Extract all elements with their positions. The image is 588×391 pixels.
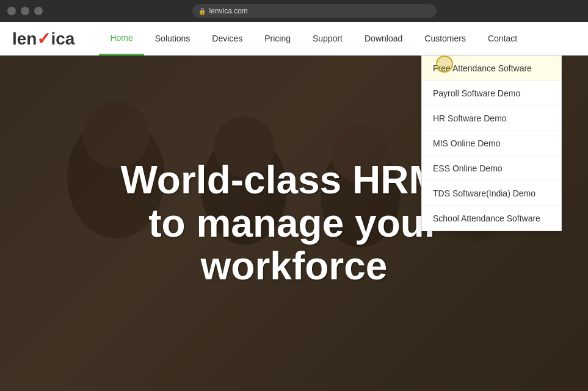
address-bar[interactable]: 🔒 lenvica.com bbox=[192, 4, 437, 18]
logo[interactable]: len✓ica bbox=[12, 29, 74, 49]
hero-title: World-class HRMS to manage your workforc… bbox=[121, 159, 468, 287]
nav-item-pricing[interactable]: Pricing bbox=[253, 22, 302, 56]
url-text: lenvica.com bbox=[209, 7, 248, 15]
download-dropdown: Free Attendance Software Payroll Softwar… bbox=[421, 56, 562, 231]
dropdown-item-payroll-demo[interactable]: Payroll Software Demo bbox=[422, 81, 561, 106]
nav-item-devices[interactable]: Devices bbox=[201, 22, 253, 56]
browser-chrome: 🔒 lenvica.com bbox=[0, 0, 588, 22]
nav-item-download[interactable]: Download bbox=[354, 22, 413, 56]
browser-btn-2 bbox=[21, 7, 29, 15]
nav-item-contact[interactable]: Contact bbox=[477, 22, 528, 56]
nav-item-home[interactable]: Home bbox=[99, 22, 143, 56]
browser-btn-3 bbox=[34, 7, 43, 15]
nav-links: Home Solutions Devices Pricing Support D… bbox=[99, 22, 576, 56]
dropdown-item-school-attendance[interactable]: School Attendance Software bbox=[422, 206, 561, 231]
navbar: len✓ica Home Solutions Devices Pricing S… bbox=[0, 22, 588, 56]
dropdown-item-free-attendance[interactable]: Free Attendance Software bbox=[422, 56, 561, 81]
browser-btn-1 bbox=[7, 7, 16, 15]
nav-item-customers[interactable]: Customers bbox=[413, 22, 477, 56]
nav-item-solutions[interactable]: Solutions bbox=[144, 22, 201, 56]
logo-check: ✓ bbox=[37, 29, 51, 48]
dropdown-item-mis-demo[interactable]: MIS Online Demo bbox=[422, 131, 561, 156]
logo-text: len✓ica bbox=[12, 29, 74, 49]
dropdown-item-ess-demo[interactable]: ESS Online Demo bbox=[422, 156, 561, 181]
dropdown-item-hr-demo[interactable]: HR Software Demo bbox=[422, 106, 561, 131]
lock-icon: 🔒 bbox=[198, 8, 206, 15]
nav-item-support[interactable]: Support bbox=[302, 22, 354, 56]
dropdown-item-tds-demo[interactable]: TDS Software(India) Demo bbox=[422, 181, 561, 206]
